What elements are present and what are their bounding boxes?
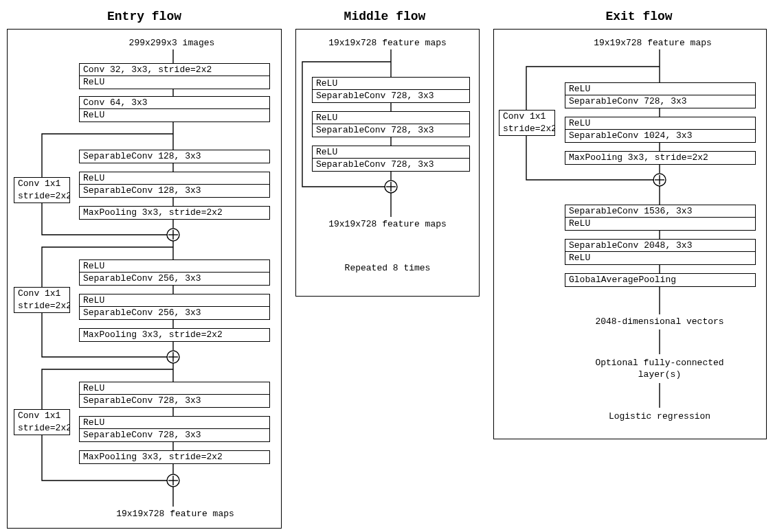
middle-input-label: 19x19x728 feature maps: [302, 37, 473, 49]
exit-out1-label: 2048-dimensional vectors: [557, 316, 763, 327]
layer-text: MaxPooling 3x3, stride=2x2: [80, 207, 269, 219]
exit-out3-label: Logistic regression: [557, 410, 763, 422]
exit-block-4: SeparableConv 1536, 3x3 ReLU: [565, 205, 756, 231]
layer-text: ReLU: [565, 252, 755, 264]
exit-input-label: 19x19x728 feature maps: [550, 37, 756, 49]
layer-text: ReLU: [565, 117, 755, 130]
layer-text: SeparableConv 728, 3x3: [313, 90, 469, 102]
entry-flow-title: Entry flow: [76, 10, 213, 23]
entry-res3-a: ReLU SeparableConv 728, 3x3: [79, 382, 270, 408]
entry-res2-side: Conv 1x1 stride=2x2: [14, 287, 70, 313]
layer-text: Conv 32, 3x3, stride=2x2: [80, 64, 269, 76]
layer-text: SeparableConv 728, 3x3: [80, 395, 269, 407]
layer-text: ReLU: [313, 146, 469, 159]
layer-text: ReLU: [80, 109, 269, 122]
entry-stem-block-2: Conv 64, 3x3 ReLU: [79, 96, 270, 122]
layer-text: SeparableConv 728, 3x3: [313, 159, 469, 171]
entry-output-label: 19x19x728 feature maps: [76, 508, 275, 520]
layer-text: Conv 1x1: [499, 111, 554, 123]
layer-text: stride=2x2: [14, 300, 69, 312]
entry-res1-c: MaxPooling 3x3, stride=2x2: [79, 206, 270, 220]
middle-block-1: ReLU SeparableConv 728, 3x3: [312, 77, 470, 103]
layer-text: SeparableConv 128, 3x3: [80, 185, 269, 197]
exit-flow-title: Exit flow: [570, 10, 708, 23]
layer-text: ReLU: [80, 260, 269, 273]
layer-text: stride=2x2: [14, 422, 69, 435]
layer-text: ReLU: [80, 382, 269, 395]
layer-text: ReLU: [565, 218, 755, 230]
exit-out2-label: Optional fully-connected layer(s): [557, 357, 763, 380]
entry-res1-a: SeparableConv 128, 3x3: [79, 150, 270, 163]
exit-block-6: GlobalAveragePooling: [565, 273, 756, 287]
layer-text: ReLU: [80, 417, 269, 429]
layer-text: ReLU: [80, 294, 269, 307]
layer-text: SeparableConv 2048, 3x3: [565, 240, 755, 252]
entry-res1-side: Conv 1x1 stride=2x2: [14, 177, 70, 203]
layer-text: SeparableConv 728, 3x3: [565, 95, 755, 108]
layer-text: Conv 1x1: [14, 410, 69, 422]
layer-text: MaxPooling 3x3, stride=2x2: [80, 451, 269, 463]
layer-text: ReLU: [565, 83, 755, 95]
entry-res1-b: ReLU SeparableConv 128, 3x3: [79, 172, 270, 198]
layer-text: GlobalAveragePooling: [565, 274, 755, 286]
layer-text: ReLU: [80, 76, 269, 89]
middle-note-label: Repeated 8 times: [302, 262, 473, 274]
entry-res2-a: ReLU SeparableConv 256, 3x3: [79, 259, 270, 286]
layer-text: SeparableConv 728, 3x3: [80, 429, 269, 441]
middle-block-3: ReLU SeparableConv 728, 3x3: [312, 146, 470, 172]
layer-text: Conv 1x1: [14, 288, 69, 300]
exit-res-a: ReLU SeparableConv 728, 3x3: [565, 82, 756, 108]
exit-res-side: Conv 1x1 stride=2x2: [499, 110, 555, 136]
layer-text: SeparableConv 1024, 3x3: [565, 130, 755, 142]
entry-stem-block-1: Conv 32, 3x3, stride=2x2 ReLU: [79, 63, 270, 89]
exit-res-c: MaxPooling 3x3, stride=2x2: [565, 151, 756, 165]
layer-text: stride=2x2: [499, 123, 554, 135]
layer-text: SeparableConv 256, 3x3: [80, 273, 269, 285]
layer-text: ReLU: [313, 112, 469, 124]
layer-text: ReLU: [313, 78, 469, 90]
middle-block-2: ReLU SeparableConv 728, 3x3: [312, 111, 470, 137]
layer-text: MaxPooling 3x3, stride=2x2: [565, 152, 755, 164]
middle-flow-title: Middle flow: [316, 10, 453, 23]
layer-text: ReLU: [80, 172, 269, 185]
layer-text: MaxPooling 3x3, stride=2x2: [80, 329, 269, 341]
entry-res3-c: MaxPooling 3x3, stride=2x2: [79, 450, 270, 464]
layer-text: Conv 1x1: [14, 178, 69, 190]
layer-text: SeparableConv 256, 3x3: [80, 307, 269, 319]
entry-res3-b: ReLU SeparableConv 728, 3x3: [79, 416, 270, 442]
layer-text: SeparableConv 728, 3x3: [313, 124, 469, 137]
layer-text: stride=2x2: [14, 190, 69, 203]
entry-res3-side: Conv 1x1 stride=2x2: [14, 409, 70, 435]
exit-block-5: SeparableConv 2048, 3x3 ReLU: [565, 239, 756, 265]
entry-input-label: 299x299x3 images: [76, 37, 268, 49]
layer-text: SeparableConv 1536, 3x3: [565, 205, 755, 218]
layer-text: Conv 64, 3x3: [80, 97, 269, 109]
layer-text: SeparableConv 128, 3x3: [80, 150, 269, 163]
exit-res-b: ReLU SeparableConv 1024, 3x3: [565, 117, 756, 143]
entry-res2-b: ReLU SeparableConv 256, 3x3: [79, 294, 270, 320]
middle-output-label: 19x19x728 feature maps: [302, 218, 473, 230]
entry-res2-c: MaxPooling 3x3, stride=2x2: [79, 328, 270, 342]
